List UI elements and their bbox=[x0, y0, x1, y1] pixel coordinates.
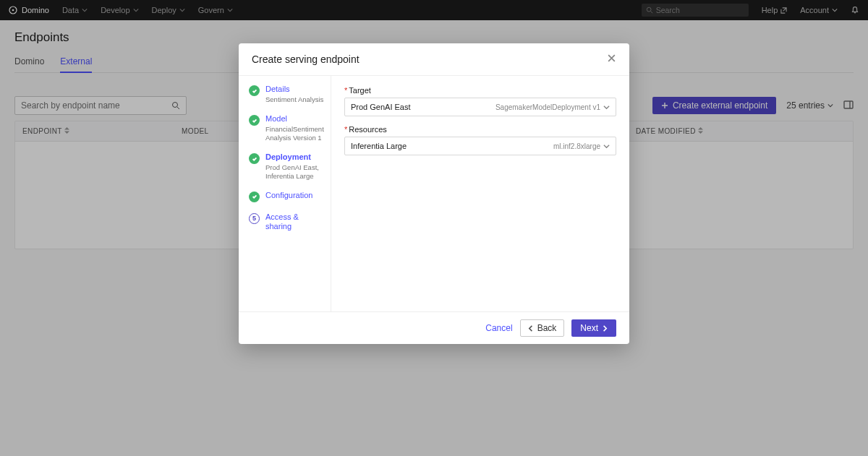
back-button[interactable]: Back bbox=[520, 319, 565, 337]
deployment-form: *Target Prod GenAI East SagemakerModelDe… bbox=[331, 76, 629, 311]
resources-label: *Resources bbox=[344, 125, 616, 134]
target-label: *Target bbox=[344, 86, 616, 95]
close-button[interactable] bbox=[607, 53, 616, 65]
chevron-down-icon bbox=[603, 104, 610, 111]
chevron-right-icon bbox=[601, 325, 608, 332]
step-model[interactable]: Model FinancialSentimentAnalysis Version… bbox=[249, 114, 325, 142]
target-select[interactable]: Prod GenAI East SagemakerModelDeployment… bbox=[344, 98, 616, 116]
step-details[interactable]: Details Sentiment Analysis bbox=[249, 85, 325, 104]
cancel-button[interactable]: Cancel bbox=[485, 323, 512, 333]
chevron-down-icon bbox=[603, 143, 610, 150]
step-access-sharing[interactable]: 5 Access & sharing bbox=[249, 212, 325, 231]
wizard-steps: Details Sentiment Analysis Model Financi… bbox=[239, 76, 331, 311]
modal-title: Create serving endpoint bbox=[252, 53, 359, 65]
step-done-icon bbox=[249, 115, 260, 126]
step-number-icon: 5 bbox=[249, 213, 260, 224]
chevron-left-icon bbox=[528, 325, 535, 332]
step-done-icon bbox=[249, 153, 260, 164]
step-done-icon bbox=[249, 192, 260, 202]
step-deployment[interactable]: Deployment Prod GenAI East, Inferentia L… bbox=[249, 152, 325, 181]
next-button[interactable]: Next bbox=[571, 319, 616, 337]
step-done-icon bbox=[249, 85, 260, 96]
modal-overlay: Create serving endpoint Details Sentimen… bbox=[0, 0, 868, 456]
resources-select[interactable]: Inferentia Large ml.inf2.8xlarge bbox=[344, 137, 616, 155]
step-configuration[interactable]: Configuration bbox=[249, 191, 325, 202]
create-endpoint-modal: Create serving endpoint Details Sentimen… bbox=[239, 43, 629, 344]
close-icon bbox=[607, 53, 616, 63]
